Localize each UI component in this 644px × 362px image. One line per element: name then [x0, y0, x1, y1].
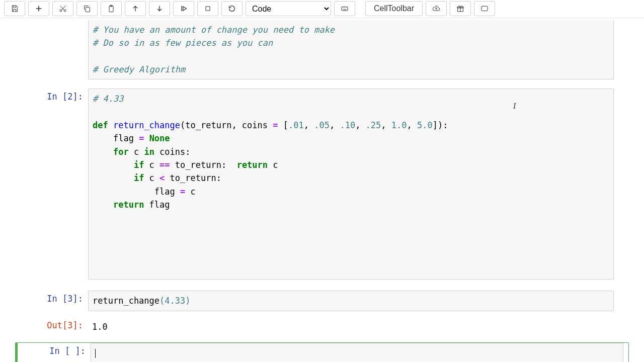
gift-button[interactable]	[450, 1, 471, 16]
code-input-4[interactable]	[91, 343, 623, 362]
copy-button[interactable]	[76, 1, 98, 16]
code-cell-3: In [3]: return_change(4.33)	[0, 291, 644, 311]
code-cell-4-selected[interactable]: In [ ]:	[15, 342, 629, 362]
celltype-select[interactable]: Code	[246, 1, 331, 16]
code-input-1[interactable]: # You have an amount of change you need …	[88, 20, 614, 79]
presentation-button[interactable]	[474, 1, 495, 16]
output-cell-3: Out[3]: 1.0	[0, 317, 644, 336]
code-cell-1-partial: # You have an amount of change you need …	[0, 20, 644, 79]
add-cell-button[interactable]	[28, 1, 49, 16]
save-button[interactable]	[4, 1, 25, 16]
code-input-3[interactable]: return_change(4.33)	[88, 291, 614, 311]
svg-rect-6	[342, 7, 348, 11]
keyboard-button[interactable]	[334, 1, 355, 16]
code-input-2[interactable]: # 4.33 def return_change(to_return, coin…	[88, 88, 614, 280]
celltype-wrap: Code	[246, 1, 331, 16]
cloud-upload-button[interactable]	[426, 1, 447, 16]
paste-button[interactable]	[101, 1, 122, 16]
svg-rect-2	[86, 7, 90, 12]
output-value-3: 1.0	[88, 317, 614, 336]
prompt-cell-1	[0, 20, 88, 23]
caret-icon	[95, 349, 96, 358]
svg-point-0	[60, 10, 62, 12]
prompt-cell-2: In [2]:	[0, 88, 88, 102]
text-cursor-icon: I	[513, 102, 516, 111]
prompt-out-3: Out[3]:	[0, 317, 88, 330]
svg-rect-5	[206, 7, 210, 11]
toolbar: Code CellToolbar	[0, 0, 644, 18]
interrupt-button[interactable]	[197, 1, 218, 16]
code-cell-2: In [2]: # 4.33 def return_change(to_retu…	[0, 88, 644, 280]
prompt-cell-3: In [3]:	[0, 291, 88, 304]
move-down-button[interactable]	[149, 1, 170, 16]
notebook-area[interactable]: # You have an amount of change you need …	[0, 18, 644, 362]
prompt-cell-4: In [ ]:	[18, 343, 91, 356]
celltoolbar-button[interactable]: CellToolbar	[365, 1, 423, 16]
run-button[interactable]	[173, 1, 194, 16]
move-up-button[interactable]	[125, 1, 146, 16]
svg-point-1	[64, 10, 66, 12]
restart-button[interactable]	[221, 1, 243, 16]
cut-button[interactable]	[52, 1, 73, 16]
